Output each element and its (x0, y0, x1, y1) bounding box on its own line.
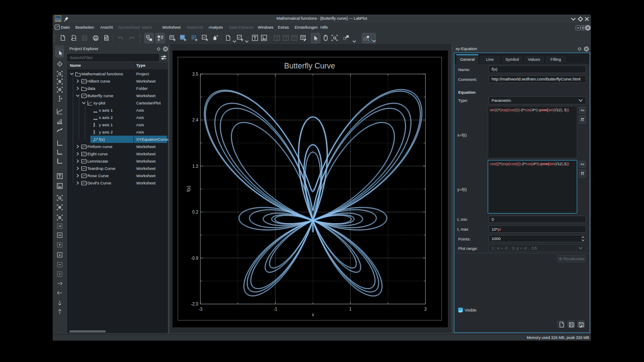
svg-text:3.5: 3.5 (192, 72, 198, 77)
svg-text:1: 1 (349, 307, 352, 312)
svg-text:3: 3 (424, 307, 427, 312)
svg-text:1.3: 1.3 (192, 164, 198, 169)
svg-text:f(x): f(x) (186, 186, 191, 192)
svg-text:x: x (312, 312, 314, 317)
svg-text:2.4: 2.4 (192, 118, 198, 122)
svg-text:-0.9: -0.9 (191, 256, 199, 261)
svg-text:-2.0: -2.0 (191, 302, 199, 306)
svg-text:-3: -3 (199, 307, 203, 312)
svg-text:0.2: 0.2 (192, 210, 198, 214)
svg-text:1: 1 (367, 38, 370, 42)
svg-text:-1: -1 (274, 307, 277, 312)
svg-text:Butterfly Curve: Butterfly Curve (284, 62, 335, 70)
